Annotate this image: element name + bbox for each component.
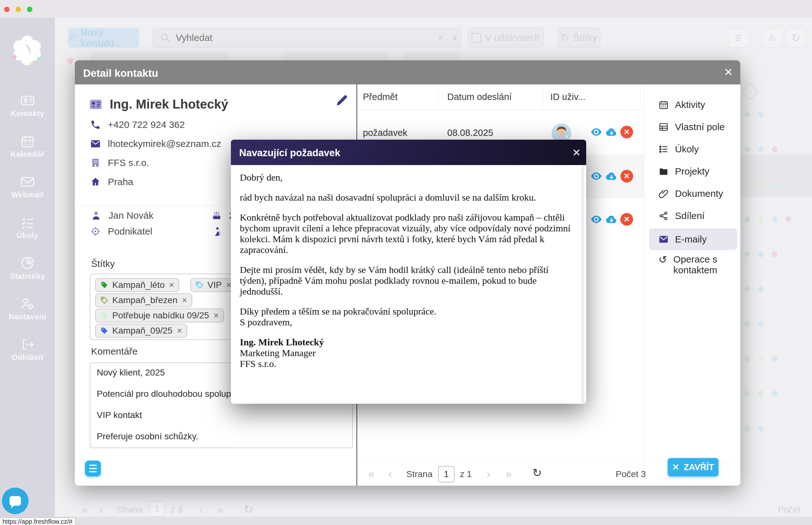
menu-item-operace[interactable]: ↺ Operace s kontaktem: [650, 251, 740, 280]
row-subject[interactable]: požadavek: [363, 127, 407, 138]
sidebar-item-kalendar[interactable]: Kalendář: [0, 134, 55, 159]
search-input[interactable]: [175, 30, 424, 45]
modal-title: Detail kontaktu: [83, 67, 158, 79]
search-caret-icon[interactable]: ∨: [451, 32, 458, 43]
remove-tag-icon[interactable]: ×: [182, 295, 187, 305]
chat-bubble-icon: [10, 496, 21, 506]
refresh-button[interactable]: ↻: [785, 28, 806, 48]
delete-email-icon[interactable]: ✕: [621, 170, 633, 182]
refresh-icon[interactable]: ↻: [532, 466, 542, 480]
menu-item-dokumenty[interactable]: Dokumenty: [650, 183, 740, 204]
bg-last-page-icon[interactable]: »: [217, 504, 223, 516]
new-contact-button[interactable]: Nový kontakt: [68, 28, 139, 48]
zoom-traffic-light[interactable]: [27, 7, 32, 12]
bg-pagination-label: Strana: [117, 505, 143, 515]
remove-tag-icon[interactable]: ×: [177, 326, 182, 336]
sidebar-item-statistiky[interactable]: Statistiky: [0, 256, 55, 281]
tag-pill[interactable]: VIP ×: [190, 278, 237, 292]
tag-pill[interactable]: Kampaň_09/25 ×: [95, 324, 187, 338]
tag-pill[interactable]: Kampaň_březen ×: [95, 293, 192, 307]
tags-filter-button[interactable]: Štítky: [558, 28, 600, 48]
tag-pill[interactable]: Kampaň_léto ×: [95, 278, 179, 292]
contact-name: Ing. Mirek Lhotecký: [110, 97, 228, 111]
comment-line: Potenciál pro dlouhodobou spoluprác: [97, 389, 243, 399]
bg-page-input[interactable]: 1: [149, 501, 165, 517]
delete-email-icon[interactable]: ✕: [621, 213, 633, 226]
column-header-datum[interactable]: Datum odeslání: [447, 84, 512, 109]
sidebar-item-webmail[interactable]: Webmail: [0, 175, 55, 199]
remove-tag-icon[interactable]: ×: [169, 280, 174, 290]
email-paragraph: Dobrý den,: [240, 172, 577, 183]
row-date: 08.08.2025: [447, 127, 493, 138]
download-email-icon[interactable]: [605, 126, 618, 138]
checkbox-icon[interactable]: [472, 33, 481, 43]
tag-pill[interactable]: Potřebuje nabídku 09/25 ×: [95, 309, 224, 322]
building-icon: [90, 158, 101, 168]
menu-item-sdileni[interactable]: Sdílení: [650, 206, 740, 226]
first-page-icon[interactable]: «: [368, 467, 375, 481]
user-settings-icon: [0, 297, 55, 311]
list-view-button[interactable]: [728, 28, 749, 48]
prev-page-icon[interactable]: ‹: [388, 467, 392, 481]
next-page-icon[interactable]: ›: [487, 467, 490, 481]
contact-city-row: Praha: [90, 177, 133, 187]
comments-label: Komentáře: [91, 346, 138, 357]
menu-item-aktivity[interactable]: Aktivity: [650, 94, 740, 115]
sidebar-item-nastaveni[interactable]: Nastavení: [0, 297, 55, 321]
view-email-icon[interactable]: [590, 126, 603, 138]
crosshair-icon: [90, 226, 101, 237]
custom-fields-icon: [658, 122, 669, 132]
contact-segment-row: Podnikatel: [90, 226, 152, 237]
status-url-tooltip: https://app.freshflow.cz/#: [0, 518, 76, 525]
list-icon: [658, 144, 669, 154]
bg-first-page-icon[interactable]: «: [82, 504, 88, 516]
bg-refresh-icon[interactable]: ↻: [244, 503, 253, 516]
close-traffic-light[interactable]: [4, 7, 10, 12]
close-modal-button[interactable]: ✕ ZAVŘÍT: [668, 458, 718, 477]
email-scrollbar[interactable]: [581, 166, 584, 403]
comments-menu-button[interactable]: [85, 461, 101, 477]
minimize-traffic-light[interactable]: [16, 7, 21, 12]
bg-prev-page-icon[interactable]: ‹: [100, 504, 104, 516]
count-label: Počet 3: [616, 469, 646, 479]
bg-next-page-icon[interactable]: ›: [199, 504, 203, 516]
email-modal-close-icon[interactable]: ✕: [572, 147, 581, 158]
delete-email-icon[interactable]: ✕: [621, 126, 633, 138]
background-tag-row: [745, 286, 772, 293]
email-signature-company: FFS s.r.o.: [240, 358, 577, 369]
history-icon: ↺: [658, 254, 667, 265]
calendar-icon: [658, 100, 669, 110]
pagination-of: z 1: [460, 469, 472, 479]
tasks-icon: [0, 215, 55, 230]
contact-owner-row: Jan Novák: [91, 210, 154, 221]
sidebar-item-kontakty[interactable]: Kontakty: [0, 93, 55, 118]
chat-widget-button[interactable]: [2, 487, 29, 514]
menu-item-emaily[interactable]: E-maily: [650, 229, 740, 250]
page-input[interactable]: [438, 466, 454, 482]
download-email-icon[interactable]: [605, 213, 618, 226]
contacts-view-button[interactable]: [762, 28, 783, 48]
in-events-toggle[interactable]: V událostech: [468, 28, 544, 48]
edit-contact-icon[interactable]: [335, 93, 349, 107]
search-box: x ∨: [152, 28, 462, 48]
background-row-band: [740, 154, 812, 197]
view-email-icon[interactable]: [590, 213, 603, 226]
view-email-icon[interactable]: [590, 170, 603, 182]
envelope-icon: [90, 138, 101, 149]
background-tag-row: [745, 251, 786, 258]
sidebar-item-ukoly[interactable]: Úkoly: [0, 215, 55, 240]
bottom-strip: [0, 517, 812, 525]
menu-item-vlastni-pole[interactable]: Vlastní pole: [650, 117, 740, 137]
column-border: [543, 86, 543, 108]
column-header-predmet[interactable]: Předmět: [363, 84, 398, 109]
menu-item-ukoly[interactable]: Úkoly: [650, 139, 740, 159]
remove-tag-icon[interactable]: ×: [214, 311, 219, 320]
sidebar-item-odhlasit[interactable]: Odhlásit: [0, 337, 55, 362]
calendar-icon: [0, 134, 55, 149]
menu-item-projekty[interactable]: Projekty: [650, 161, 740, 182]
column-header-id[interactable]: ID uživ...: [550, 84, 585, 109]
search-clear-icon[interactable]: x: [438, 32, 443, 42]
download-email-icon[interactable]: [605, 170, 618, 182]
modal-close-icon[interactable]: ✕: [724, 67, 733, 77]
last-page-icon[interactable]: »: [505, 467, 512, 481]
